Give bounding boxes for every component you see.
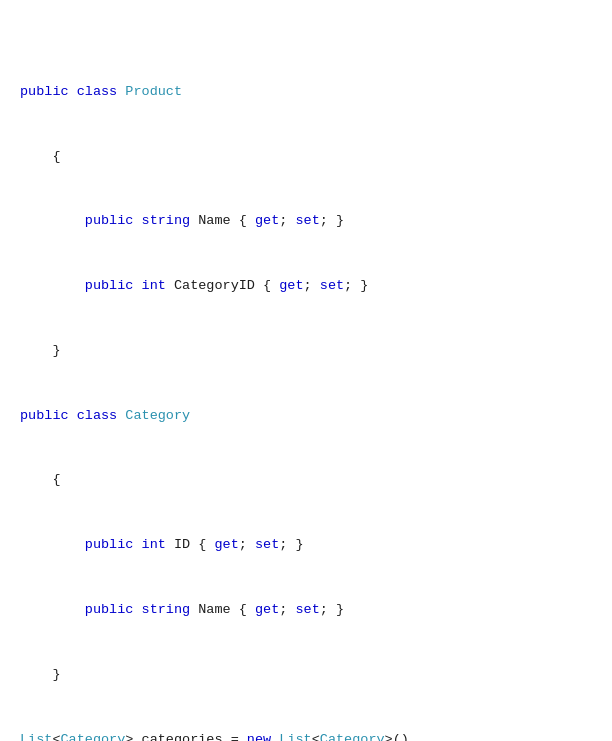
- line-3: public string Name { get; set; }: [20, 210, 592, 232]
- line-7: {: [20, 469, 592, 491]
- line-9: public string Name { get; set; }: [20, 599, 592, 621]
- line-5: }: [20, 340, 592, 362]
- line-6: public class Category: [20, 405, 592, 427]
- line-1: public class Product: [20, 81, 592, 103]
- line-11: List<Category> categories = new List<Cat…: [20, 729, 592, 741]
- line-2: {: [20, 146, 592, 168]
- code-display: public class Product { public string Nam…: [20, 16, 592, 741]
- line-10: }: [20, 664, 592, 686]
- line-4: public int CategoryID { get; set; }: [20, 275, 592, 297]
- line-8: public int ID { get; set; }: [20, 534, 592, 556]
